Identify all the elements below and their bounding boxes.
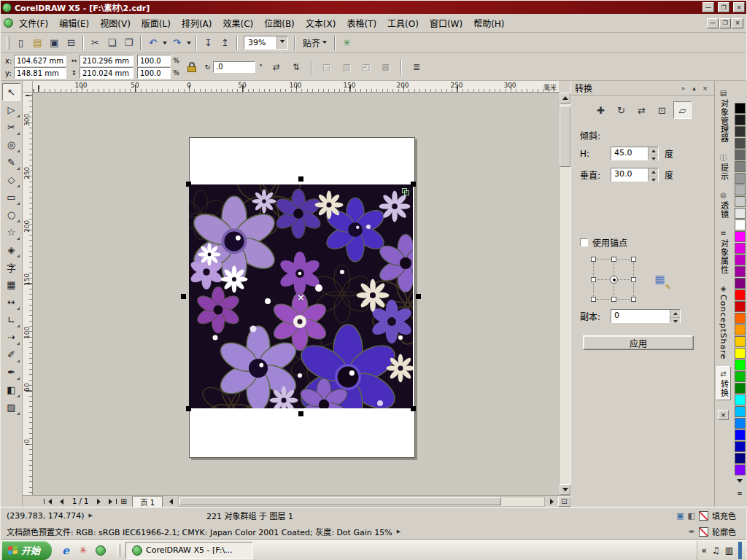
palette-swatch[interactable] (735, 324, 746, 335)
palette-menu-button[interactable]: ≡ (734, 489, 746, 498)
previous-page-button[interactable] (55, 497, 68, 507)
tab-lens[interactable]: ◎ 透镜 (716, 187, 731, 222)
palette-swatch[interactable] (735, 231, 746, 242)
skew-h-down-button[interactable] (649, 155, 658, 163)
show-desktop-strip[interactable] (738, 542, 742, 559)
transform-position-button[interactable]: ✚ (592, 101, 610, 119)
scroll-up-button[interactable] (560, 93, 570, 104)
zoom-tool-button[interactable]: ◎ (2, 136, 20, 153)
zoom-level-combo[interactable]: 39% (244, 36, 288, 50)
object-width-field[interactable]: 210.296 mm (80, 55, 133, 66)
coreldraw-shortcut-icon[interactable] (93, 543, 108, 558)
palette-swatch[interactable] (735, 184, 746, 195)
text-options-button[interactable]: ≣ (409, 59, 425, 75)
palette-swatch[interactable] (735, 149, 746, 160)
x-position-field[interactable]: 104.627 mm (14, 55, 66, 66)
rotation-angle-field[interactable]: .0 (213, 61, 255, 73)
copy-button[interactable]: ❏ (104, 34, 120, 51)
menu-edit[interactable]: 编辑(E) (54, 15, 94, 31)
palette-swatch[interactable] (735, 418, 746, 429)
palette-swatch[interactable] (735, 453, 746, 464)
palette-swatch[interactable] (735, 289, 746, 300)
tab-transform[interactable]: ⇄ 转换 (716, 366, 731, 400)
close-button[interactable]: × (733, 2, 745, 12)
snap-to-button[interactable]: 贴齐 (298, 35, 331, 51)
selection-handle[interactable] (298, 411, 303, 416)
crop-tool-button[interactable]: ✂ (2, 118, 20, 136)
tab-object-manager[interactable]: ▤ 对象管理器 (716, 85, 731, 146)
copies-down-button[interactable] (670, 318, 680, 325)
selection-handle[interactable] (186, 406, 191, 411)
palette-swatch[interactable] (735, 464, 746, 475)
pick-tool-button[interactable]: ↖ (2, 83, 20, 101)
skew-v-spinner[interactable]: 30.0 (611, 168, 659, 182)
palette-swatch[interactable] (735, 441, 746, 452)
apply-button[interactable]: 应用 (583, 335, 694, 350)
palette-swatch[interactable] (735, 219, 746, 230)
anchor-point[interactable] (631, 257, 636, 262)
redo-button[interactable]: ↷ (169, 34, 185, 51)
selection-handle[interactable] (411, 406, 416, 411)
restore-button[interactable]: ❐ (718, 2, 729, 12)
add-page-button[interactable]: ⊞ (117, 497, 130, 507)
rectangle-tool-button[interactable]: ▭ (2, 188, 20, 206)
docker-strip-close-button[interactable]: × (718, 410, 729, 420)
anchor-point[interactable] (611, 257, 616, 262)
table-tool-button[interactable]: ▦ (2, 276, 20, 293)
blend-tool-button[interactable]: ⇢ (2, 328, 20, 346)
use-anchor-checkbox[interactable] (580, 238, 588, 246)
selected-object[interactable]: × (189, 184, 413, 408)
skew-h-spinner[interactable]: 45.0 (611, 147, 659, 160)
undo-button[interactable]: ↶ (144, 34, 161, 51)
print-button[interactable]: ⊟ (63, 34, 80, 51)
media-shortcut-icon[interactable]: ✳ (76, 543, 90, 558)
open-button[interactable]: ▤ (29, 34, 46, 51)
corner-options-button[interactable]: ◰ (358, 59, 374, 75)
profile-flyout-arrow[interactable]: ▶ (397, 529, 400, 534)
tab-object-properties[interactable]: ≡ 对象属性 (716, 225, 731, 277)
scale-v-field[interactable]: 100.0 (137, 67, 171, 79)
mdi-restore-button[interactable]: ❐ (719, 18, 731, 28)
menu-effects[interactable]: 效果(C) (217, 15, 258, 31)
scroll-down-button[interactable] (560, 484, 570, 495)
horizontal-scrollbar[interactable] (178, 497, 545, 507)
selection-handle[interactable] (416, 294, 421, 299)
coords-flyout-arrow[interactable]: ▶ (89, 513, 93, 518)
wrap-text-button[interactable]: □ (319, 59, 335, 75)
palette-scroll-down-button[interactable] (734, 478, 746, 487)
palette-swatch[interactable] (735, 243, 746, 254)
menu-file[interactable]: 文件(F) (14, 15, 53, 31)
dimension-tool-button[interactable]: ↔ (2, 293, 20, 311)
palette-swatch[interactable] (735, 359, 746, 370)
menu-text[interactable]: 文本(X) (301, 15, 341, 31)
palette-swatch[interactable] (735, 278, 746, 289)
docker-expand-button[interactable]: » (678, 83, 689, 93)
tab-conceptshare[interactable]: ◈ ConceptShare (716, 281, 731, 362)
paste-button[interactable]: ❐ (120, 34, 137, 51)
smart-fill-tool-button[interactable]: ◇ (2, 171, 20, 188)
vertical-ruler[interactable]: 300 250 200 150 100 50 0 (23, 93, 33, 495)
network-icon[interactable]: ▥ (725, 545, 733, 556)
start-button[interactable]: 开始 (2, 541, 52, 560)
anchor-point[interactable] (611, 297, 616, 302)
anchor-point-grid[interactable] (593, 259, 634, 300)
palette-swatch[interactable] (735, 173, 746, 184)
selection-handle[interactable] (181, 294, 186, 299)
transform-skew-button[interactable]: ▱ (673, 101, 692, 119)
hscroll-right-button[interactable] (546, 497, 558, 507)
edit-anchor-button[interactable]: ▦ ✎ (650, 270, 670, 289)
docker-close-button[interactable]: × (700, 83, 711, 93)
scale-h-field[interactable]: 100.0 (137, 55, 171, 66)
skew-v-up-button[interactable] (649, 168, 658, 176)
zoom-combo-arrow[interactable] (276, 36, 287, 49)
vertical-scroll-thumb[interactable] (560, 106, 570, 167)
menu-layout[interactable]: 版面(L) (136, 15, 176, 31)
fill-tool-button[interactable]: ◧ (2, 381, 20, 398)
palette-swatch[interactable] (735, 371, 746, 382)
palette-swatch[interactable] (735, 138, 746, 149)
palette-swatch[interactable] (735, 348, 746, 359)
y-position-field[interactable]: 148.81 mm (14, 67, 66, 79)
menu-view[interactable]: 视图(V) (95, 15, 136, 31)
drawing-canvas[interactable]: × (33, 93, 559, 495)
skew-h-up-button[interactable] (649, 147, 658, 155)
